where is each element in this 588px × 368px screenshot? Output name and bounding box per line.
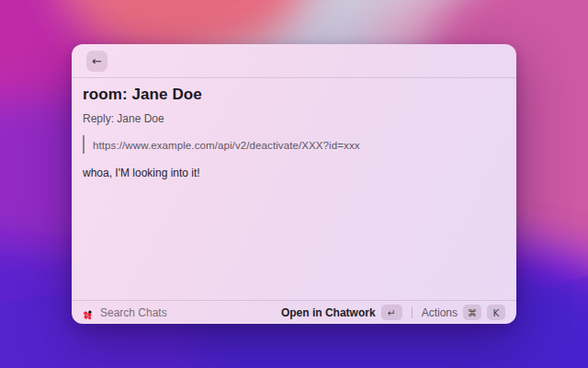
room-title: room: Jane Doe	[83, 86, 505, 104]
return-key-icon: ↵	[381, 305, 402, 320]
actions-label: Actions	[422, 306, 458, 319]
command-name-label: Search Chats	[100, 306, 167, 319]
message-text: whoa, I'M looking into it!	[83, 167, 505, 179]
quoted-message: https://www.example.com/api/v2/deactivat…	[83, 135, 505, 154]
launcher-window: ← room: Jane Doe Reply: Jane Doe https:/…	[72, 44, 516, 324]
back-arrow-icon: ←	[92, 54, 102, 68]
chatwork-extension-icon	[83, 307, 93, 317]
screen: ← room: Jane Doe Reply: Jane Doe https:/…	[0, 0, 588, 368]
window-header: ←	[72, 44, 516, 78]
footer-actions: Open in Chatwork ↵ Actions ⌘ K	[281, 305, 505, 320]
footer-divider	[412, 307, 413, 318]
actions-menu-button[interactable]: Actions ⌘ K	[422, 305, 505, 320]
k-key-icon: K	[487, 305, 505, 320]
footer-command-info: Search Chats	[83, 306, 167, 319]
window-footer: Search Chats Open in Chatwork ↵ Actions …	[72, 300, 516, 324]
back-button[interactable]: ←	[86, 51, 107, 72]
reply-label: Reply: Jane Doe	[83, 112, 505, 125]
command-key-icon: ⌘	[463, 305, 481, 320]
open-in-chatwork-button[interactable]: Open in Chatwork ↵	[281, 305, 402, 320]
chat-detail-panel: room: Jane Doe Reply: Jane Doe https://w…	[72, 78, 516, 300]
quoted-url-text: https://www.example.com/api/v2/deactivat…	[93, 140, 360, 151]
open-in-chatwork-label: Open in Chatwork	[281, 306, 376, 319]
